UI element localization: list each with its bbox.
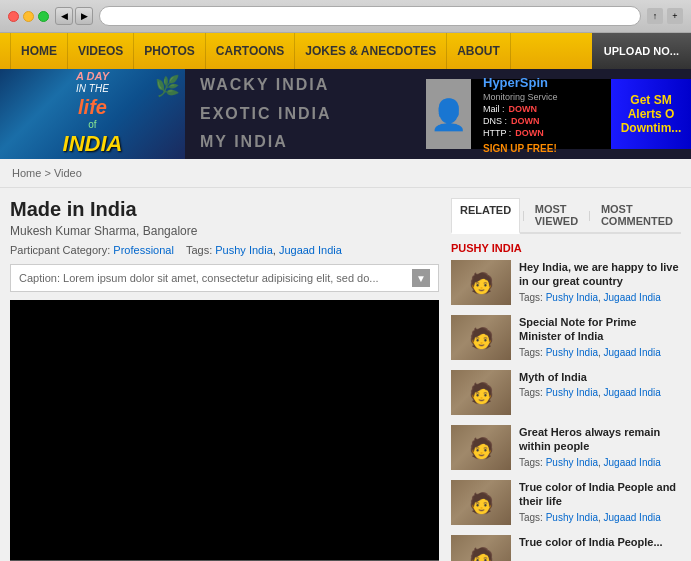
tag-link[interactable]: Pushy India — [546, 292, 598, 303]
tab-most-viewed[interactable]: MOST VIEWED — [527, 198, 587, 232]
logo-area: 🌿 A DAY IN THE life of INDIA — [0, 69, 185, 159]
ad-person-image: 👤 — [426, 79, 471, 149]
tab-related[interactable]: RELATED — [451, 198, 520, 234]
ad-area: 👤 HyperSpin Monitoring Service Mail : DO… — [426, 69, 691, 159]
related-title-1: Special Note for Prime Minister of India — [519, 315, 681, 344]
category-link[interactable]: Professional — [113, 244, 174, 256]
category-label: Particpant Category: — [10, 244, 110, 256]
related-thumb-0: 🧑 — [451, 260, 511, 305]
site-header: 🌿 A DAY IN THE life of INDIA WACKY INDIA… — [0, 69, 691, 159]
related-tags-1: Tags: Pushy India, Jugaad India — [519, 347, 681, 358]
tag-link[interactable]: Pushy India — [546, 347, 598, 358]
expand-caption-button[interactable]: ▼ — [412, 269, 430, 287]
related-thumb-4: 🧑 — [451, 480, 511, 525]
tag2-link[interactable]: Jugaad India — [279, 244, 342, 256]
hyperspin-subtitle: Monitoring Service — [483, 92, 599, 102]
breadcrumb-current: Video — [54, 167, 82, 179]
tag-link[interactable]: Pushy India — [546, 457, 598, 468]
related-image-4: 🧑 — [451, 480, 511, 525]
related-item-2[interactable]: 🧑 Myth of India Tags: Pushy India, Jugaa… — [451, 370, 681, 415]
tag-link[interactable]: Jugaad India — [604, 512, 661, 523]
related-item-3[interactable]: 🧑 Great Heros always remain within peopl… — [451, 425, 681, 470]
minimize-button[interactable] — [23, 11, 34, 22]
share-icon[interactable]: ↑ — [647, 8, 663, 24]
related-thumb-1: 🧑 — [451, 315, 511, 360]
breadcrumb: Home > Video — [0, 159, 691, 188]
related-item-4[interactable]: 🧑 True color of India People and their l… — [451, 480, 681, 525]
related-image-0: 🧑 — [451, 260, 511, 305]
tag-link[interactable]: Jugaad India — [604, 387, 661, 398]
ad-hyperspin[interactable]: HyperSpin Monitoring Service Mail : DOWN… — [471, 79, 611, 149]
forward-button[interactable]: ▶ — [75, 7, 93, 25]
upload-button[interactable]: UPLOAD NO... — [592, 33, 691, 69]
related-info-0: Hey India, we are happy to live in our g… — [519, 260, 681, 305]
ad-sms[interactable]: Get SM Alerts O Downtim... — [611, 79, 691, 149]
related-info-4: True color of India People and their lif… — [519, 480, 681, 525]
right-column: RELATED | MOST VIEWED | MOST COMMENTED P… — [451, 198, 681, 561]
logo-of: of — [63, 119, 123, 131]
related-info-2: Myth of India Tags: Pushy India, Jugaad … — [519, 370, 681, 415]
maximize-button[interactable] — [38, 11, 49, 22]
pushy-india-label: PUSHY INDIA — [451, 242, 681, 254]
related-tags-3: Tags: Pushy India, Jugaad India — [519, 457, 681, 468]
related-info-3: Great Heros always remain within people … — [519, 425, 681, 470]
main-content: Made in India Mukesh Kumar Sharma, Banga… — [0, 188, 691, 561]
tab-sep-1: | — [520, 198, 527, 232]
logo-life: life — [63, 95, 123, 119]
back-button[interactable]: ◀ — [55, 7, 73, 25]
related-title-2: Myth of India — [519, 370, 681, 384]
video-author: Mukesh Kumar Sharma, Bangalore — [10, 224, 439, 238]
related-thumb-3: 🧑 — [451, 425, 511, 470]
related-image-5: 🧑 — [451, 535, 511, 561]
nav-items: HOME VIDEOS PHOTOS CARTOONS JOKES & ANEC… — [0, 33, 592, 69]
nav-item-photos[interactable]: PHOTOS — [134, 33, 205, 69]
related-image-1: 🧑 — [451, 315, 511, 360]
video-player[interactable] — [10, 300, 439, 560]
related-title-4: True color of India People and their lif… — [519, 480, 681, 509]
related-item-0[interactable]: 🧑 Hey India, we are happy to live in our… — [451, 260, 681, 305]
nav-item-videos[interactable]: VIDEOS — [68, 33, 134, 69]
tag-link[interactable]: Jugaad India — [604, 347, 661, 358]
hyperspin-signup: SIGN UP FREE! — [483, 143, 599, 154]
address-bar[interactable] — [99, 6, 641, 26]
caption-bar: Caption: Lorem ipsum dolor sit amet, con… — [10, 264, 439, 292]
bookmark-icon[interactable]: + — [667, 8, 683, 24]
tag-link[interactable]: Pushy India — [546, 512, 598, 523]
tag-link[interactable]: Jugaad India — [604, 457, 661, 468]
breadcrumb-home[interactable]: Home — [12, 167, 41, 179]
tag-link[interactable]: Pushy India — [546, 387, 598, 398]
nav-item-about[interactable]: ABOUT — [447, 33, 511, 69]
related-image-2: 🧑 — [451, 370, 511, 415]
mail-status-row: Mail : DOWN — [483, 104, 599, 114]
logo-in-the: IN THE — [63, 83, 123, 95]
related-item-5[interactable]: 🧑 True color of India People... — [451, 535, 681, 561]
tag1-link[interactable]: Pushy India — [215, 244, 272, 256]
tagline-area: WACKY INDIA EXOTIC INDIA MY INDIA — [185, 71, 426, 157]
related-info-1: Special Note for Prime Minister of India… — [519, 315, 681, 360]
browser-chrome: ◀ ▶ ↑ + — [0, 0, 691, 33]
close-button[interactable] — [8, 11, 19, 22]
related-title-0: Hey India, we are happy to live in our g… — [519, 260, 681, 289]
related-tags-4: Tags: Pushy India, Jugaad India — [519, 512, 681, 523]
logo-a-day: A DAY — [63, 70, 123, 83]
tag-link[interactable]: Jugaad India — [604, 292, 661, 303]
video-title: Made in India — [10, 198, 439, 221]
related-tags-0: Tags: Pushy India, Jugaad India — [519, 292, 681, 303]
left-column: Made in India Mukesh Kumar Sharma, Banga… — [10, 198, 439, 561]
video-meta: Particpant Category: Professional Tags: … — [10, 244, 439, 256]
tagline: WACKY INDIA EXOTIC INDIA MY INDIA — [200, 71, 411, 157]
logo-india: INDIA — [63, 131, 123, 157]
nav-buttons: ◀ ▶ — [55, 7, 93, 25]
related-thumb-2: 🧑 — [451, 370, 511, 415]
caption-text: Caption: Lorem ipsum dolor sit amet, con… — [19, 272, 379, 284]
nav-item-cartoons[interactable]: CARTOONS — [206, 33, 295, 69]
nav-item-jokes[interactable]: JOKES & ANECDOTES — [295, 33, 447, 69]
tab-most-commented[interactable]: MOST COMMENTED — [593, 198, 681, 232]
related-thumb-5: 🧑 — [451, 535, 511, 561]
related-item-1[interactable]: 🧑 Special Note for Prime Minister of Ind… — [451, 315, 681, 360]
related-title-3: Great Heros always remain within people — [519, 425, 681, 454]
nav-item-home[interactable]: HOME — [10, 33, 68, 69]
tags-label: Tags: — [186, 244, 212, 256]
tabs-header: RELATED | MOST VIEWED | MOST COMMENTED — [451, 198, 681, 234]
related-tags-2: Tags: Pushy India, Jugaad India — [519, 387, 681, 398]
